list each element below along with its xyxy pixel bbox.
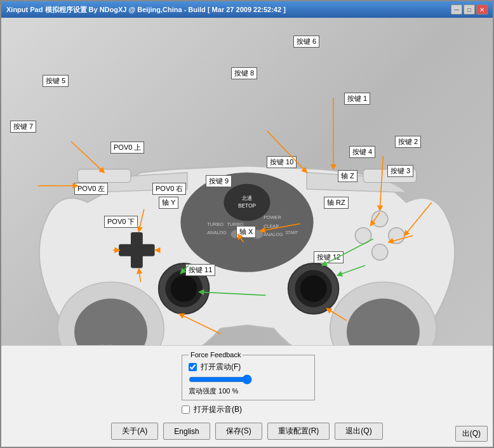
vibration-slider-row bbox=[189, 375, 308, 384]
label-axis-z: 轴 Z bbox=[338, 170, 357, 182]
bottom-panel: Force Feedback 打开震动(F) 震动强度 100 % 打开提示音(… bbox=[1, 345, 493, 447]
save-button[interactable]: 保存(S) bbox=[215, 423, 262, 440]
hint-label: 打开提示音(B) bbox=[194, 404, 242, 415]
label-btn2: 按键 2 bbox=[395, 136, 421, 148]
svg-text:START: START bbox=[286, 230, 298, 235]
label-btn11: 按键 11 bbox=[185, 264, 215, 276]
content-area: 北通 BETOP TURBO TURBO ANALOG POWER CLEAR … bbox=[1, 18, 493, 447]
label-pov-up: POV0 上 bbox=[110, 142, 144, 154]
about-button[interactable]: 关于(A) bbox=[111, 423, 158, 440]
exit-button[interactable]: 退出(Q) bbox=[335, 423, 382, 440]
label-btn7: 按键 7 bbox=[10, 121, 36, 133]
label-pov-down: POV0 下 bbox=[104, 216, 138, 228]
label-btn8: 按键 8 bbox=[231, 67, 257, 79]
window-controls: ─ □ ✕ bbox=[451, 4, 488, 15]
label-axis-x: 轴 X bbox=[236, 226, 256, 238]
button-row: 关于(A) English 保存(S) 重读配置(R) 退出(Q) bbox=[11, 423, 483, 440]
svg-point-29 bbox=[355, 228, 371, 244]
label-axis-y: 轴 Y bbox=[159, 197, 178, 209]
svg-point-22 bbox=[171, 275, 197, 302]
window-title: Xinput Pad 模拟程序设置 By NDogXJ @ Beijing,Ch… bbox=[6, 5, 286, 15]
svg-point-27 bbox=[389, 228, 404, 244]
svg-rect-19 bbox=[119, 244, 154, 256]
vibration-strength-label: 震动强度 100 % bbox=[189, 386, 308, 396]
svg-point-25 bbox=[300, 275, 327, 302]
close-button[interactable]: ✕ bbox=[476, 4, 488, 15]
svg-rect-5 bbox=[77, 169, 131, 183]
label-btn1: 按键 1 bbox=[344, 93, 370, 105]
vibration-label: 打开震动(F) bbox=[201, 362, 241, 372]
svg-text:BETOP: BETOP bbox=[238, 202, 257, 209]
label-btn3: 按键 3 bbox=[387, 165, 413, 177]
maximize-button[interactable]: □ bbox=[464, 4, 475, 15]
label-pov-left: POV0 左 bbox=[74, 183, 108, 195]
english-button[interactable]: English bbox=[163, 423, 210, 440]
label-btn4: 按键 4 bbox=[349, 146, 375, 158]
minimize-button[interactable]: ─ bbox=[451, 4, 462, 15]
label-axis-rz: 轴 RZ bbox=[324, 197, 349, 209]
svg-point-26 bbox=[372, 211, 388, 227]
svg-text:CLEAR: CLEAR bbox=[264, 223, 279, 229]
main-window: Xinput Pad 模拟程序设置 By NDogXJ @ Beijing,Ch… bbox=[0, 0, 494, 448]
svg-text:POWER: POWER bbox=[264, 214, 281, 220]
exit-small-button[interactable]: 出(Q) bbox=[455, 426, 488, 442]
vibration-checkbox-row: 打开震动(F) bbox=[189, 362, 308, 372]
vibration-checkbox[interactable] bbox=[189, 363, 197, 371]
force-feedback-legend: Force Feedback bbox=[189, 351, 243, 359]
hint-checkbox[interactable] bbox=[182, 405, 190, 414]
vibration-slider[interactable] bbox=[189, 375, 252, 384]
hint-checkbox-row: 打开提示音(B) bbox=[182, 404, 242, 415]
label-btn5: 按键 5 bbox=[43, 75, 69, 87]
title-bar: Xinput Pad 模拟程序设置 By NDogXJ @ Beijing,Ch… bbox=[1, 1, 493, 18]
svg-text:TURBO: TURBO bbox=[207, 221, 224, 227]
svg-point-28 bbox=[372, 244, 388, 260]
svg-text:北通: 北通 bbox=[242, 195, 252, 201]
label-btn6: 按键 6 bbox=[293, 36, 319, 48]
svg-text:ANALOG: ANALOG bbox=[264, 232, 283, 237]
label-btn12: 按键 12 bbox=[314, 251, 344, 263]
svg-text:ANALOG: ANALOG bbox=[207, 230, 227, 235]
label-btn9: 按键 9 bbox=[206, 175, 232, 187]
reload-button[interactable]: 重读配置(R) bbox=[267, 423, 330, 440]
label-pov-right: POV0 右 bbox=[152, 183, 186, 195]
label-btn10: 按键 10 bbox=[267, 156, 297, 168]
